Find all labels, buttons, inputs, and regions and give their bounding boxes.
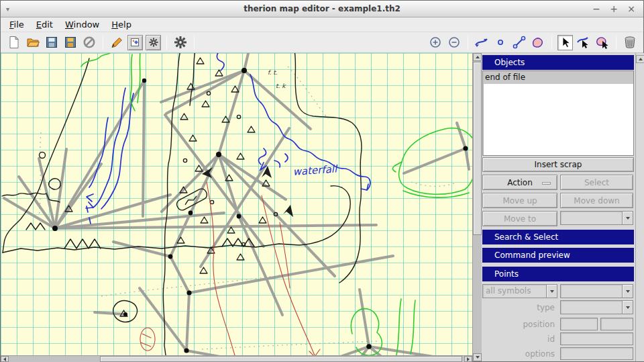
cancel-button[interactable] — [81, 34, 97, 50]
move-to-combobox[interactable] — [560, 211, 633, 225]
toolbar-separator — [468, 36, 468, 50]
cancel-icon — [83, 36, 96, 49]
open-folder-icon — [26, 36, 40, 49]
save-button[interactable] — [44, 34, 60, 50]
control-panel: Objects end of file Insert scrap Action … — [482, 53, 635, 361]
delete-button[interactable] — [622, 34, 638, 50]
action-menubutton[interactable]: Action — [482, 175, 557, 190]
zoom-out-button[interactable] — [446, 34, 462, 50]
image-settings-button[interactable] — [127, 35, 143, 50]
menu-indicator-icon — [542, 182, 551, 185]
chevron-down-icon — [626, 306, 630, 309]
insert-segment-button[interactable] — [511, 34, 527, 50]
select-button[interactable]: Select — [560, 175, 633, 190]
menu-edit[interactable]: Edit — [30, 18, 59, 31]
toolbar-separator — [551, 36, 552, 50]
minimize-button[interactable]: − — [591, 4, 602, 13]
arrow-right-icon — [467, 357, 470, 361]
save-icon — [45, 36, 58, 49]
save-as-icon — [64, 36, 77, 49]
titlebar: therion map editor - example1.th2 ▾ − + … — [1, 1, 643, 17]
command-preview-section-header[interactable]: Command preview — [482, 248, 634, 263]
combobox-arrow-button[interactable] — [622, 212, 633, 224]
type-label: type — [482, 303, 557, 312]
zoom-in-icon — [429, 36, 441, 48]
vertical-scrollbar-thumb[interactable] — [473, 62, 482, 235]
id-field[interactable] — [560, 332, 633, 345]
gear-settings-button[interactable] — [146, 35, 161, 50]
trash-icon — [623, 36, 637, 49]
objects-list[interactable]: end of file — [482, 71, 634, 156]
horizontal-scrollbar[interactable] — [1, 355, 472, 362]
symbol-combobox[interactable] — [560, 284, 633, 298]
insert-scrap-button[interactable]: Insert scrap — [482, 157, 634, 172]
toolbar — [1, 32, 643, 53]
move-down-button[interactable]: Move down — [560, 193, 633, 208]
chevron-down-icon — [626, 290, 630, 293]
pencil-icon — [110, 36, 123, 49]
chevron-down-icon — [550, 290, 554, 293]
toolbar-separator — [103, 36, 103, 50]
chevron-down-icon — [626, 217, 630, 220]
panel-scrollbar[interactable] — [635, 53, 644, 361]
area-tool-icon — [531, 36, 545, 49]
new-file-button[interactable] — [6, 34, 22, 50]
position-y-field[interactable] — [600, 318, 633, 330]
menu-window[interactable]: Window — [59, 18, 105, 31]
small-gear-icon — [148, 37, 159, 48]
zoom-out-icon — [448, 36, 460, 48]
shade-icon[interactable]: ▾ — [6, 5, 9, 13]
move-to-button[interactable]: Move to — [482, 211, 557, 226]
save-as-button[interactable] — [62, 34, 78, 50]
panel-scroll-up-button[interactable] — [636, 55, 644, 63]
vertical-scrollbar[interactable] — [472, 53, 482, 361]
cursor-icon — [559, 36, 572, 48]
symbols-combobox[interactable]: all symbols — [482, 284, 557, 298]
horizontal-scrollbar-thumb[interactable] — [100, 356, 462, 362]
maximize-button[interactable]: + — [608, 4, 619, 13]
select-area-icon — [595, 36, 610, 49]
combobox-arrow-button[interactable] — [622, 301, 633, 314]
close-button[interactable]: × — [626, 4, 637, 13]
select-line-icon — [576, 36, 591, 49]
canvas-column: f. t. t. k — [1, 53, 472, 361]
new-file-icon — [7, 36, 21, 49]
main-area: f. t. t. k — [1, 53, 643, 361]
select-line-button[interactable] — [576, 34, 592, 50]
select-tool-button[interactable] — [557, 35, 573, 50]
insert-line-button[interactable] — [474, 34, 490, 50]
options-field[interactable] — [560, 347, 633, 360]
toolbar-separator — [616, 36, 616, 50]
scroll-up-button[interactable] — [473, 53, 482, 61]
scroll-left-button[interactable] — [1, 356, 9, 362]
insert-area-button[interactable] — [530, 34, 546, 50]
list-item[interactable]: end of file — [483, 71, 633, 84]
image-icon — [130, 37, 141, 48]
menu-file[interactable]: File — [3, 18, 30, 31]
search-select-section-header[interactable]: Search & Select — [482, 230, 634, 244]
line-tool-icon — [474, 36, 489, 49]
combobox-arrow-button[interactable] — [622, 285, 633, 298]
menubar: File Edit Window Help — [1, 17, 643, 32]
objects-section-header[interactable]: Objects — [482, 55, 634, 70]
points-section-header[interactable]: Points — [482, 267, 634, 281]
position-label: position — [482, 320, 557, 329]
arrow-down-icon — [476, 356, 480, 359]
move-up-button[interactable]: Move up — [482, 193, 557, 208]
zoom-in-button[interactable] — [427, 34, 443, 50]
window-title: therion map editor - example1.th2 — [1, 4, 643, 13]
position-x-field[interactable] — [560, 318, 598, 330]
edit-text-button[interactable] — [109, 34, 125, 50]
type-combobox[interactable] — [560, 300, 633, 314]
scroll-down-button[interactable] — [473, 353, 482, 361]
scroll-right-button[interactable] — [464, 356, 472, 362]
hand-note-1: f. t. — [268, 69, 278, 76]
select-area-button[interactable] — [594, 34, 610, 50]
combobox-arrow-button[interactable] — [546, 285, 557, 298]
insert-point-button[interactable] — [492, 34, 508, 50]
map-canvas[interactable]: f. t. t. k — [1, 53, 472, 355]
big-gear-icon — [173, 35, 188, 50]
preferences-button[interactable] — [172, 34, 189, 50]
open-file-button[interactable] — [25, 34, 41, 50]
menu-help[interactable]: Help — [105, 18, 138, 31]
